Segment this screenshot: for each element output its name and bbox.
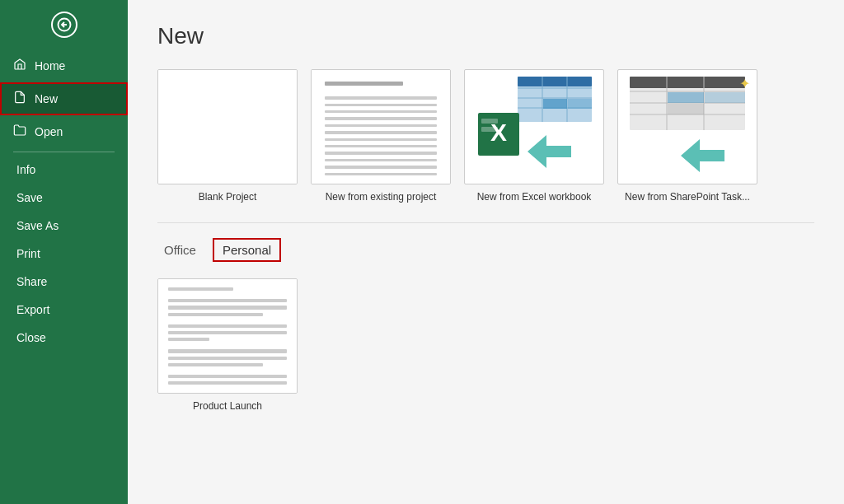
sidebar-item-home-label: Home: [35, 59, 65, 72]
thumb-line: [168, 331, 287, 334]
sidebar-item-save-label: Save: [16, 191, 43, 204]
sidebar-item-export[interactable]: Export: [0, 296, 128, 324]
sharepoint-thumbnail: ✦: [617, 69, 757, 184]
product-launch-thumbnail: [157, 278, 298, 394]
svg-marker-27: [681, 139, 724, 172]
blank-thumbnail: [157, 69, 298, 184]
thumb-line: [168, 306, 287, 309]
sidebar-divider: [13, 152, 115, 152]
sidebar-item-save[interactable]: Save: [0, 184, 128, 212]
thumb-line: [325, 96, 437, 99]
sidebar-item-open[interactable]: Open: [0, 115, 128, 148]
sidebar-item-new[interactable]: New: [0, 82, 128, 115]
thumb-line: [325, 117, 437, 119]
thumb-line: [168, 349, 287, 352]
main-content: New Blank Project: [128, 0, 844, 504]
tab-personal[interactable]: Personal: [213, 238, 281, 262]
svg-text:✦: ✦: [739, 77, 750, 91]
sidebar-item-close[interactable]: Close: [0, 324, 128, 352]
sidebar-item-save-as[interactable]: Save As: [0, 212, 128, 240]
template-card-existing[interactable]: New from existing project: [311, 69, 451, 203]
svg-rect-10: [568, 99, 592, 109]
open-icon: [13, 124, 26, 140]
sidebar-item-export-label: Export: [16, 303, 49, 316]
svg-marker-15: [528, 135, 571, 168]
thumb-line: [325, 159, 437, 161]
excel-label: New from Excel workbook: [477, 191, 592, 203]
back-circle-icon[interactable]: [51, 12, 77, 38]
personal-templates-row: Product Launch: [157, 278, 814, 412]
thumb-line: [168, 357, 287, 360]
sharepoint-label: New from SharePoint Task...: [625, 191, 750, 203]
sidebar-item-share-label: Share: [16, 275, 47, 288]
thumb-line: [168, 324, 287, 328]
thumb-line: [168, 313, 263, 316]
thumb-line: [325, 82, 403, 86]
thumb-line: [325, 166, 437, 168]
existing-label: New from existing project: [326, 191, 437, 203]
blank-label: Blank Project: [199, 191, 257, 203]
svg-rect-23: [668, 92, 704, 103]
sidebar-item-print[interactable]: Print: [0, 240, 128, 268]
thumb-line: [168, 299, 287, 302]
section-separator: [157, 222, 814, 223]
thumb-line: [168, 287, 233, 291]
thumb-line: [325, 138, 437, 141]
svg-rect-9: [543, 99, 567, 109]
svg-rect-3: [518, 77, 592, 86]
template-card-product-launch[interactable]: Product Launch: [157, 278, 298, 412]
svg-rect-17: [630, 77, 745, 88]
thumb-line: [325, 104, 437, 106]
thumb-line: [168, 375, 287, 378]
template-cards-row: Blank Project: [157, 69, 814, 203]
product-launch-label: Product Launch: [193, 400, 262, 412]
thumb-line: [325, 152, 437, 154]
new-icon: [13, 91, 26, 107]
home-icon: [13, 58, 26, 74]
sidebar: Home New Open Info Save Save As Print Sh…: [0, 0, 128, 504]
template-card-sharepoint[interactable]: ✦ New from SharePoint Task...: [617, 69, 757, 203]
sidebar-item-open-label: Open: [35, 125, 63, 138]
back-button[interactable]: [0, 0, 128, 49]
svg-rect-24: [705, 92, 745, 103]
thumb-line: [168, 363, 263, 366]
thumb-line: [325, 173, 437, 175]
thumb-line: [325, 145, 437, 147]
sidebar-item-info-label: Info: [16, 163, 35, 176]
svg-rect-14: [481, 127, 498, 132]
template-card-blank[interactable]: Blank Project: [157, 69, 298, 203]
existing-thumbnail: [311, 69, 451, 184]
thumb-line: [325, 110, 437, 113]
sidebar-item-close-label: Close: [16, 331, 46, 344]
thumb-line: [168, 338, 209, 341]
sharepoint-thumb-svg: ✦: [618, 70, 757, 184]
sidebar-item-new-label: New: [35, 92, 58, 105]
svg-rect-13: [481, 119, 498, 124]
excel-thumb-svg: X: [465, 70, 603, 184]
template-card-excel[interactable]: X New from Excel workbook: [464, 69, 604, 203]
thumb-line: [325, 131, 437, 133]
sidebar-item-save-as-label: Save As: [16, 219, 59, 232]
thumb-line: [325, 124, 437, 127]
svg-rect-25: [668, 104, 704, 114]
sidebar-item-share[interactable]: Share: [0, 268, 128, 296]
page-title: New: [157, 23, 814, 49]
sidebar-item-home[interactable]: Home: [0, 49, 128, 82]
sidebar-item-info[interactable]: Info: [0, 156, 128, 184]
excel-thumbnail: X: [464, 69, 604, 184]
sidebar-item-print-label: Print: [16, 247, 40, 260]
tabs-row: Office Personal: [157, 238, 814, 262]
tab-office[interactable]: Office: [157, 240, 203, 260]
thumb-line: [168, 381, 287, 385]
